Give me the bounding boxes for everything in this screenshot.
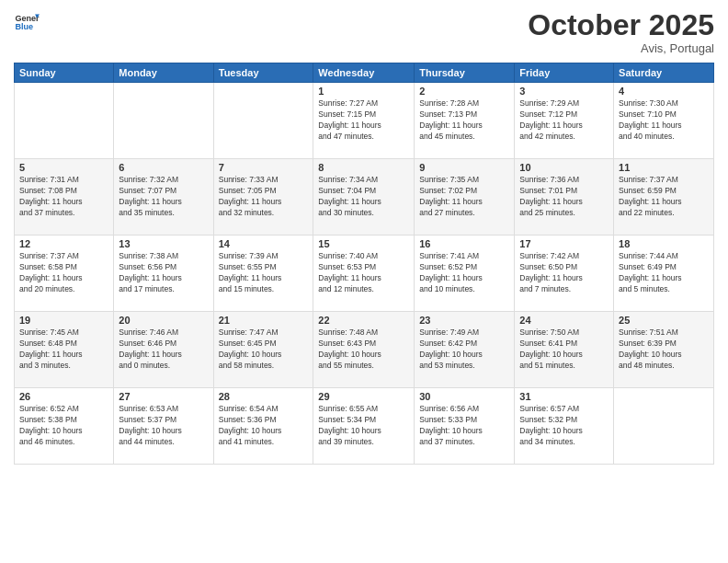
day-number: 7 — [219, 162, 309, 173]
calendar-cell: 9Sunrise: 7:35 AM Sunset: 7:02 PM Daylig… — [415, 159, 515, 236]
day-info: Sunrise: 7:38 AM Sunset: 6:56 PM Dayligh… — [119, 251, 208, 295]
day-number: 18 — [619, 238, 709, 249]
day-number: 3 — [519, 86, 609, 97]
day-info: Sunrise: 7:42 AM Sunset: 6:50 PM Dayligh… — [519, 251, 609, 295]
calendar-cell: 3Sunrise: 7:29 AM Sunset: 7:12 PM Daylig… — [515, 83, 614, 159]
calendar-cell: 18Sunrise: 7:44 AM Sunset: 6:49 PM Dayli… — [614, 236, 714, 312]
calendar-cell: 13Sunrise: 7:38 AM Sunset: 6:56 PM Dayli… — [114, 236, 213, 312]
calendar-cell: 1Sunrise: 7:27 AM Sunset: 7:15 PM Daylig… — [313, 83, 415, 159]
calendar-cell — [114, 83, 213, 159]
day-info: Sunrise: 7:28 AM Sunset: 7:13 PM Dayligh… — [419, 98, 509, 143]
calendar-week-row-1: 1Sunrise: 7:27 AM Sunset: 7:15 PM Daylig… — [15, 83, 714, 159]
calendar-cell: 31Sunrise: 6:57 AM Sunset: 5:32 PM Dayli… — [515, 388, 614, 465]
day-number: 17 — [519, 238, 609, 249]
title-block: October 2025 Avis, Portugal — [528, 9, 714, 55]
day-info: Sunrise: 7:27 AM Sunset: 7:15 PM Dayligh… — [318, 98, 409, 143]
day-info: Sunrise: 7:46 AM Sunset: 6:46 PM Dayligh… — [119, 327, 208, 372]
day-info: Sunrise: 7:50 AM Sunset: 6:41 PM Dayligh… — [519, 327, 609, 372]
calendar-cell: 2Sunrise: 7:28 AM Sunset: 7:13 PM Daylig… — [415, 83, 515, 159]
calendar-cell: 25Sunrise: 7:51 AM Sunset: 6:39 PM Dayli… — [614, 312, 714, 388]
day-number: 21 — [219, 315, 309, 326]
day-info: Sunrise: 7:47 AM Sunset: 6:45 PM Dayligh… — [219, 327, 309, 372]
day-number: 29 — [318, 391, 409, 402]
logo-icon: General Blue — [14, 9, 40, 35]
day-info: Sunrise: 7:45 AM Sunset: 6:48 PM Dayligh… — [19, 327, 108, 372]
day-number: 25 — [619, 315, 709, 326]
calendar-cell — [614, 388, 714, 465]
day-number: 16 — [419, 238, 509, 249]
day-info: Sunrise: 7:32 AM Sunset: 7:07 PM Dayligh… — [119, 175, 208, 219]
calendar-cell: 6Sunrise: 7:32 AM Sunset: 7:07 PM Daylig… — [114, 159, 213, 236]
col-friday: Friday — [515, 63, 614, 83]
day-info: Sunrise: 6:52 AM Sunset: 5:38 PM Dayligh… — [19, 404, 108, 448]
calendar-header-row: Sunday Monday Tuesday Wednesday Thursday… — [15, 63, 714, 83]
day-info: Sunrise: 6:53 AM Sunset: 5:37 PM Dayligh… — [119, 404, 208, 448]
day-number: 9 — [419, 162, 509, 173]
col-wednesday: Wednesday — [313, 63, 415, 83]
day-info: Sunrise: 7:30 AM Sunset: 7:10 PM Dayligh… — [619, 98, 709, 143]
calendar-cell: 23Sunrise: 7:49 AM Sunset: 6:42 PM Dayli… — [415, 312, 515, 388]
day-number: 14 — [219, 238, 309, 249]
calendar-cell: 26Sunrise: 6:52 AM Sunset: 5:38 PM Dayli… — [15, 388, 114, 465]
calendar-table: Sunday Monday Tuesday Wednesday Thursday… — [14, 63, 714, 465]
day-info: Sunrise: 7:35 AM Sunset: 7:02 PM Dayligh… — [419, 175, 509, 219]
calendar-cell: 22Sunrise: 7:48 AM Sunset: 6:43 PM Dayli… — [313, 312, 415, 388]
col-monday: Monday — [114, 63, 213, 83]
day-number: 27 — [119, 391, 208, 402]
day-info: Sunrise: 7:29 AM Sunset: 7:12 PM Dayligh… — [519, 98, 609, 143]
day-number: 11 — [619, 162, 709, 173]
calendar-cell: 11Sunrise: 7:37 AM Sunset: 6:59 PM Dayli… — [614, 159, 714, 236]
location-subtitle: Avis, Portugal — [528, 41, 714, 55]
day-info: Sunrise: 7:48 AM Sunset: 6:43 PM Dayligh… — [318, 327, 409, 372]
day-number: 28 — [219, 391, 309, 402]
day-number: 1 — [318, 86, 409, 97]
col-sunday: Sunday — [15, 63, 114, 83]
col-tuesday: Tuesday — [213, 63, 313, 83]
calendar-week-row-4: 19Sunrise: 7:45 AM Sunset: 6:48 PM Dayli… — [15, 312, 714, 388]
day-info: Sunrise: 7:37 AM Sunset: 6:59 PM Dayligh… — [619, 175, 709, 219]
page: General Blue October 2025 Avis, Portugal… — [0, 0, 728, 563]
day-info: Sunrise: 7:39 AM Sunset: 6:55 PM Dayligh… — [219, 251, 309, 295]
calendar-cell: 15Sunrise: 7:40 AM Sunset: 6:53 PM Dayli… — [313, 236, 415, 312]
day-number: 19 — [19, 315, 108, 326]
day-number: 6 — [119, 162, 208, 173]
col-thursday: Thursday — [415, 63, 515, 83]
calendar-cell — [15, 83, 114, 159]
day-number: 2 — [419, 86, 509, 97]
day-info: Sunrise: 7:31 AM Sunset: 7:08 PM Dayligh… — [19, 175, 108, 219]
calendar-cell: 17Sunrise: 7:42 AM Sunset: 6:50 PM Dayli… — [515, 236, 614, 312]
svg-text:Blue: Blue — [15, 22, 33, 31]
calendar-cell: 29Sunrise: 6:55 AM Sunset: 5:34 PM Dayli… — [313, 388, 415, 465]
day-number: 15 — [318, 238, 409, 249]
calendar-cell: 27Sunrise: 6:53 AM Sunset: 5:37 PM Dayli… — [114, 388, 213, 465]
calendar-week-row-2: 5Sunrise: 7:31 AM Sunset: 7:08 PM Daylig… — [15, 159, 714, 236]
day-number: 26 — [19, 391, 108, 402]
day-info: Sunrise: 7:36 AM Sunset: 7:01 PM Dayligh… — [519, 175, 609, 219]
day-number: 22 — [318, 315, 409, 326]
day-info: Sunrise: 6:57 AM Sunset: 5:32 PM Dayligh… — [519, 404, 609, 448]
day-info: Sunrise: 7:34 AM Sunset: 7:04 PM Dayligh… — [318, 175, 409, 219]
day-number: 31 — [519, 391, 609, 402]
day-info: Sunrise: 7:40 AM Sunset: 6:53 PM Dayligh… — [318, 251, 409, 295]
day-number: 24 — [519, 315, 609, 326]
day-info: Sunrise: 6:54 AM Sunset: 5:36 PM Dayligh… — [219, 404, 309, 448]
calendar-cell: 20Sunrise: 7:46 AM Sunset: 6:46 PM Dayli… — [114, 312, 213, 388]
day-info: Sunrise: 7:44 AM Sunset: 6:49 PM Dayligh… — [619, 251, 709, 295]
calendar-cell: 28Sunrise: 6:54 AM Sunset: 5:36 PM Dayli… — [213, 388, 313, 465]
day-number: 10 — [519, 162, 609, 173]
calendar-cell: 21Sunrise: 7:47 AM Sunset: 6:45 PM Dayli… — [213, 312, 313, 388]
logo: General Blue — [14, 9, 40, 35]
calendar-cell: 4Sunrise: 7:30 AM Sunset: 7:10 PM Daylig… — [614, 83, 714, 159]
day-number: 20 — [119, 315, 208, 326]
calendar-cell: 8Sunrise: 7:34 AM Sunset: 7:04 PM Daylig… — [313, 159, 415, 236]
month-title: October 2025 — [528, 9, 714, 41]
calendar-cell: 24Sunrise: 7:50 AM Sunset: 6:41 PM Dayli… — [515, 312, 614, 388]
calendar-cell: 16Sunrise: 7:41 AM Sunset: 6:52 PM Dayli… — [415, 236, 515, 312]
calendar-week-row-5: 26Sunrise: 6:52 AM Sunset: 5:38 PM Dayli… — [15, 388, 714, 465]
day-number: 12 — [19, 238, 108, 249]
day-info: Sunrise: 6:56 AM Sunset: 5:33 PM Dayligh… — [419, 404, 509, 448]
day-info: Sunrise: 7:49 AM Sunset: 6:42 PM Dayligh… — [419, 327, 509, 372]
day-number: 5 — [19, 162, 108, 173]
calendar-cell: 14Sunrise: 7:39 AM Sunset: 6:55 PM Dayli… — [213, 236, 313, 312]
calendar-cell: 30Sunrise: 6:56 AM Sunset: 5:33 PM Dayli… — [415, 388, 515, 465]
